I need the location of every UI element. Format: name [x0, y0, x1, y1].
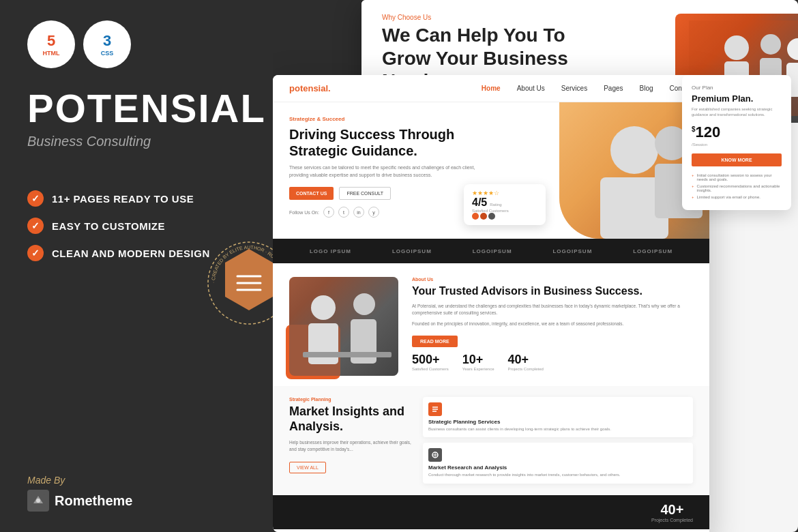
- premium-price: $120: [692, 123, 782, 141]
- about-title: Your Trusted Advisors in Business Succes…: [412, 284, 693, 297]
- premium-description: For established companies seeking strate…: [692, 106, 782, 118]
- hero-content: Strategize & Succeed Driving Success Thr…: [289, 116, 494, 225]
- about-tag: About Us: [412, 277, 693, 282]
- hero-section: Strategize & Succeed Driving Success Thr…: [273, 102, 709, 239]
- free-consult-button[interactable]: FREE CONSULT: [339, 187, 391, 200]
- made-by-label: Made By: [27, 475, 259, 486]
- team-section: Our Team Meet Our Smart People.: [273, 529, 709, 532]
- logos-bar: logo ipsum logoipsum Logoipsum LOGOIPSUM…: [273, 239, 709, 263]
- about-content: About Us Your Trusted Advisors in Busine…: [412, 277, 693, 372]
- projects-stat: 40+ Projects Completed: [651, 502, 693, 522]
- stat-experience-num: 10+: [462, 353, 494, 367]
- stat-experience-label: Years Experience: [462, 367, 494, 371]
- premium-title: Premium Plan.: [692, 93, 782, 104]
- service-desc-2: Conduct thorough market research to prov…: [428, 472, 688, 477]
- silhouette-2: [480, 213, 487, 220]
- tech-badges: 5 HTML 3 CSS: [27, 20, 259, 68]
- svg-rect-26: [303, 352, 391, 357]
- check-icon-1: ✓: [27, 190, 44, 207]
- brand-subtitle: Business Consulting: [27, 134, 259, 149]
- facebook-icon[interactable]: f: [323, 207, 334, 218]
- left-panel: 5 HTML 3 CSS POTENSIAL Business Consulti…: [0, 0, 286, 532]
- feature-item-2: ✓ EASY TO CUSTOMIZE: [27, 218, 259, 234]
- stat-experience: 10+ Years Experience: [462, 353, 494, 371]
- hero-tag: Strategize & Succeed: [289, 116, 494, 122]
- service-icon-1: [428, 402, 442, 416]
- svg-point-8: [36, 499, 40, 503]
- site-logo: potensial.: [289, 83, 331, 93]
- nav-home[interactable]: Home: [482, 85, 501, 92]
- logo-text: p: [289, 83, 295, 93]
- logo-3: Logoipsum: [473, 248, 512, 254]
- premium-tag: Our Plan: [692, 85, 782, 91]
- rometheme-icon: [27, 490, 49, 512]
- premium-plan-card: Our Plan Premium Plan. For established c…: [682, 75, 791, 210]
- service-card-1: Strategic Planning Services Business con…: [423, 397, 693, 437]
- stat-customers-num: 500+: [412, 353, 449, 367]
- svg-point-24: [353, 293, 375, 315]
- service-title-1: Strategic Planning Services: [428, 419, 688, 425]
- nav-blog[interactable]: Blog: [640, 85, 653, 92]
- main-website-preview: potensial. Home About Us Services Pages …: [273, 75, 709, 532]
- brand-name: POTENSIAL: [27, 89, 259, 128]
- service-icon-2: [428, 448, 442, 462]
- nav-pages[interactable]: Pages: [604, 85, 623, 92]
- logo-4: LOGOIPSUM: [552, 248, 592, 254]
- projects-label: Projects Completed: [651, 518, 693, 522]
- about-stats: 500+ Satisfied Customers 10+ Years Exper…: [412, 353, 693, 371]
- about-description-2: Founded on the principles of innovation,…: [412, 321, 693, 327]
- premium-features-list: Initial consultation session to assess y…: [692, 172, 782, 201]
- check-icon-2: ✓: [27, 218, 44, 234]
- view-all-button[interactable]: VIEW ALL: [289, 462, 326, 473]
- svg-marker-1: [225, 249, 273, 310]
- stat-projects-num: 40+: [508, 353, 544, 367]
- read-more-button[interactable]: READ MORE: [412, 336, 458, 347]
- stats-bar: 40+ Projects Completed: [273, 495, 709, 529]
- service-card-2: Market Research and Analysis Conduct tho…: [423, 443, 693, 483]
- social-icons: Follow Us On: f t in y: [289, 207, 494, 218]
- nav-services[interactable]: Services: [561, 85, 587, 92]
- svg-point-17: [610, 126, 658, 174]
- premium-feature-2: Customized recommendations and actionabl…: [692, 183, 782, 194]
- stat-customers: 500+ Satisfied Customers: [412, 353, 449, 371]
- about-image: [289, 277, 398, 376]
- follow-label: Follow Us On:: [289, 210, 319, 215]
- youtube-icon[interactable]: y: [368, 207, 379, 218]
- right-panel: Why Choose Us We Can Help You To Grow Yo…: [273, 0, 798, 532]
- about-description: At Potensial, we understand the challeng…: [412, 303, 693, 316]
- know-more-button[interactable]: KNOW MORE: [692, 153, 782, 166]
- svg-rect-21: [289, 277, 398, 376]
- about-section: About Us Your Trusted Advisors in Busine…: [273, 263, 709, 386]
- premium-feature-1: Initial consultation session to assess y…: [692, 172, 782, 183]
- made-by-section: Made By Rometheme: [27, 461, 259, 512]
- hero-title: Driving Success Through Strategic Guidan…: [289, 126, 494, 159]
- projects-num: 40+: [651, 502, 693, 518]
- logo-1: logo ipsum: [310, 248, 351, 254]
- twitter-icon[interactable]: t: [338, 207, 349, 218]
- rating-label: Rating: [490, 203, 501, 207]
- premium-feature-3: Limited support via email or phone.: [692, 194, 782, 201]
- logo-2: logoipsum: [392, 248, 432, 254]
- services-title: Market Insights and Analysis.: [289, 404, 412, 434]
- service-title-2: Market Research and Analysis: [428, 464, 688, 471]
- rometheme-logo: Rometheme: [27, 490, 259, 512]
- stat-projects: 40+ Projects Completed: [508, 353, 544, 371]
- svg-rect-23: [308, 323, 338, 364]
- services-section: Strategic Planning Market Insights and A…: [273, 386, 709, 495]
- service-cards: Strategic Planning Services Business con…: [423, 397, 693, 484]
- check-icon-3: ✓: [27, 245, 44, 261]
- site-navigation: potensial. Home About Us Services Pages …: [273, 75, 709, 102]
- feature-item-1: ✓ 11+ PAGES READY TO USE: [27, 190, 259, 207]
- svg-point-10: [724, 35, 749, 60]
- instagram-icon[interactable]: in: [353, 207, 364, 218]
- stat-customers-label: Satisfied Customers: [412, 367, 449, 371]
- contact-us-button[interactable]: CONTACT US: [289, 187, 334, 200]
- svg-point-12: [760, 34, 781, 55]
- rating-card: ★★★★☆ 4/5 Rating Satisfied Customers: [464, 184, 546, 225]
- service-desc-1: Business consultants can assist clients …: [428, 426, 688, 432]
- rating-score: 4/5: [472, 196, 487, 209]
- nav-about[interactable]: About Us: [517, 85, 545, 92]
- rometheme-name: Rometheme: [55, 493, 132, 509]
- rating-stars: ★★★★☆: [472, 190, 537, 196]
- silhouette-1: [472, 213, 479, 220]
